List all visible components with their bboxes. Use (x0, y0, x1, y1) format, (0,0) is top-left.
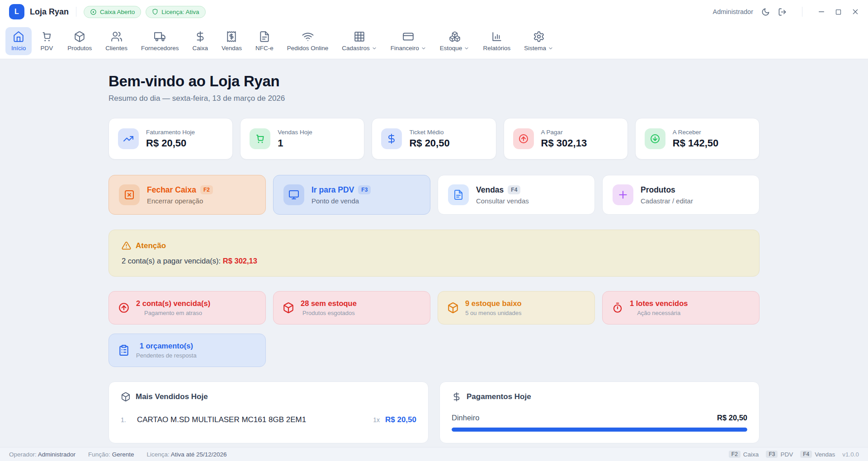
shortcut-badge: F2 (200, 185, 213, 194)
payments-panel: Pagamentos Hoje Dinheiro R$ 20,50 (439, 381, 760, 443)
nav-item-nfce[interactable]: NFC-e (250, 27, 279, 55)
nav-item-fornecedores[interactable]: Fornecedores (135, 27, 184, 55)
warning-title: Atenção (136, 241, 166, 250)
home-icon (13, 31, 24, 42)
package-icon (121, 392, 131, 402)
shortcut-badge: F4 (508, 185, 520, 194)
arrow-down-circle-icon (645, 128, 665, 149)
close-button[interactable] (852, 8, 859, 15)
warning-amount: R$ 302,13 (223, 257, 257, 265)
panel-title: Mais Vendidos Hoje (136, 392, 208, 401)
shortcut-badge: F3 (358, 185, 371, 194)
dark-mode-icon[interactable] (761, 8, 770, 16)
go-to-pdv-card[interactable]: Ir para PDVF3 Ponto de venda (273, 175, 430, 215)
warning-text: 2 conta(s) a pagar vencida(s): R$ 302,13 (122, 257, 746, 265)
divider (76, 7, 76, 17)
payment-progress-fill (452, 428, 747, 432)
shortcut-f3-pdv: F3PDV (766, 451, 793, 458)
license-badge: Licença: Ativa (146, 6, 205, 18)
minimize-button[interactable] (818, 8, 825, 15)
low-stock-card[interactable]: 9 estoque baixo 5 ou menos unidades (438, 291, 595, 325)
nav-item-pedidos-online[interactable]: Pedidos Online (281, 27, 335, 55)
panel-title: Pagamentos Hoje (467, 392, 531, 401)
stat-card-a-pagar: A Pagar R$ 302,13 (504, 118, 628, 160)
sales-card[interactable]: VendasF4 Consultar vendas (438, 175, 595, 215)
nav-item-produtos[interactable]: Produtos (61, 27, 98, 55)
app-logo: L (9, 4, 24, 19)
footer-license: Licença: Ativa até 25/12/2026 (146, 451, 226, 458)
nav-item-financeiro[interactable]: Financeiro (385, 27, 432, 55)
users-icon (111, 31, 123, 42)
timer-icon (612, 302, 623, 314)
trending-up-icon (118, 128, 139, 149)
plus-icon (613, 184, 633, 205)
stat-card-vendas: Vendas Hoje 1 (240, 118, 364, 160)
quick-actions: Fechar CaixaF2 Encerrar operação Ir para… (108, 175, 760, 215)
package-icon (74, 31, 85, 42)
grid-icon (354, 31, 365, 42)
logout-icon[interactable] (778, 8, 787, 16)
titlebar: L Loja Ryan Caixa Aberto Licença: Ativa … (0, 0, 868, 24)
close-cash-card[interactable]: Fechar CaixaF2 Encerrar operação (108, 175, 266, 215)
app-title: Loja Ryan (30, 7, 69, 17)
page-subtitle: Resumo do dia — sexta-feira, 13 de março… (108, 94, 760, 103)
shield-icon (152, 9, 158, 15)
nav-item-relatorios[interactable]: Relatórios (477, 27, 516, 55)
cart-icon (250, 128, 270, 149)
payment-progress (452, 428, 747, 432)
chevron-down-icon (548, 46, 553, 51)
package-icon (283, 302, 294, 314)
stat-card-a-receber: A Receber R$ 142,50 (635, 118, 760, 160)
truck-icon (154, 31, 166, 42)
user-name: Administrador (713, 8, 753, 15)
monitor-icon (283, 184, 304, 205)
overdue-accounts-card[interactable]: 2 conta(s) vencida(s) Pagamento em atras… (108, 291, 266, 325)
products-card[interactable]: Produtos Cadastrar / editar (602, 175, 760, 215)
circle-dot-icon (90, 9, 97, 15)
arrow-up-circle-icon (118, 302, 130, 314)
dashboard: Bem-vindo ao Loja Ryan Resumo do dia — s… (108, 59, 760, 443)
nav-item-clientes[interactable]: Clientes (99, 27, 133, 55)
nav-item-estoque[interactable]: Estoque (434, 27, 476, 55)
bottom-panels: Mais Vendidos Hoje 1. CARTAO M.SD MULTIL… (108, 381, 760, 443)
pending-quotes-card[interactable]: 1 orçamento(s) Pendentes de resposta (108, 334, 266, 367)
cash-open-badge: Caixa Aberto (84, 6, 141, 18)
nav-item-cadastros[interactable]: Cadastros (336, 27, 383, 55)
version-label: v1.0.0 (842, 451, 859, 458)
maximize-button[interactable] (835, 9, 842, 15)
nav-item-inicio[interactable]: Início (5, 27, 32, 55)
package-icon (447, 302, 459, 314)
chevron-down-icon (372, 46, 377, 51)
footer-operator: Operador: Administrador (9, 451, 75, 458)
divider (802, 7, 802, 17)
footer-role: Função: Gerente (88, 451, 134, 458)
payment-row: Dinheiro R$ 20,50 (452, 414, 747, 422)
stat-card-ticket-medio: Ticket Médio R$ 20,50 (372, 118, 496, 160)
stat-card-faturamento: Faturamento Hoje R$ 20,50 (108, 118, 233, 160)
dollar-icon (452, 392, 462, 402)
boxes-icon (449, 31, 461, 42)
dollar-icon (381, 128, 402, 149)
nav-item-pdv[interactable]: PDV (33, 27, 60, 55)
nav-item-vendas[interactable]: Vendas (216, 27, 248, 55)
expired-lots-card[interactable]: 1 lotes vencidos Ação necessária (602, 291, 760, 325)
chevron-down-icon (464, 46, 469, 51)
nav-item-caixa[interactable]: Caixa (186, 27, 214, 55)
alerts-row: 2 conta(s) vencida(s) Pagamento em atras… (108, 291, 760, 367)
page-title: Bem-vindo ao Loja Ryan (108, 73, 760, 90)
gear-icon (533, 31, 545, 42)
best-sellers-panel: Mais Vendidos Hoje 1. CARTAO M.SD MULTIL… (108, 381, 429, 443)
alert-triangle-icon (122, 241, 131, 250)
chevron-down-icon (421, 46, 426, 51)
shortcut-f2-caixa: F2Caixa (729, 451, 759, 458)
bar-chart-icon (491, 31, 503, 42)
clipboard-list-icon (118, 344, 130, 356)
warning-banner: Atenção 2 conta(s) a pagar vencida(s): R… (108, 230, 760, 277)
receipt-icon (226, 31, 237, 42)
out-of-stock-card[interactable]: 28 sem estoque Produtos esgotados (273, 291, 430, 325)
file-text-icon (259, 31, 270, 42)
shortcut-f4-vendas: F4Vendas (800, 451, 835, 458)
nav-item-sistema[interactable]: Sistema (518, 27, 559, 55)
main-nav: Início PDV Produtos Clientes Fornecedore… (0, 24, 868, 59)
file-text-icon (448, 184, 469, 205)
